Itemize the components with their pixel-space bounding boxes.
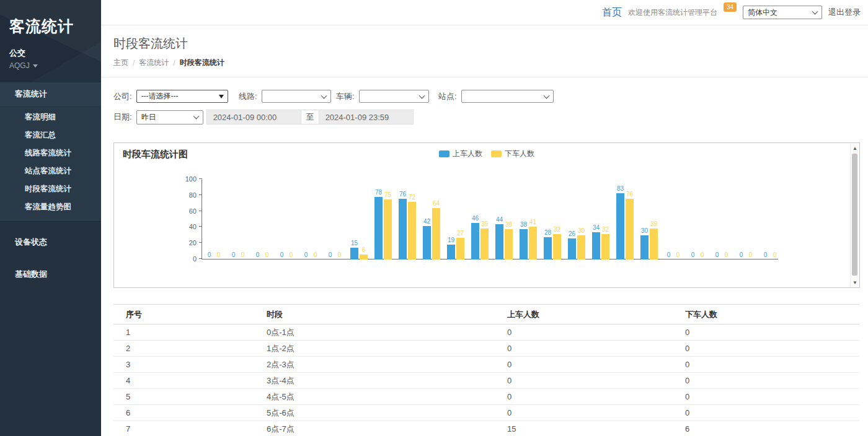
org-selector[interactable]: AQGJ bbox=[0, 59, 101, 79]
line-select[interactable] bbox=[262, 90, 331, 103]
y-axis-tick-mark bbox=[199, 178, 202, 179]
sidebar-subitem[interactable]: 线路客流统计 bbox=[0, 144, 101, 162]
boarding-bar[interactable] bbox=[495, 224, 503, 259]
date-from-input[interactable]: 2024-01-09 00:00 bbox=[206, 110, 301, 124]
scrollbar-up-icon[interactable]: ▲ bbox=[851, 144, 859, 152]
bar-group: 263015点-16点 bbox=[565, 180, 589, 259]
alighting-bar[interactable] bbox=[456, 238, 464, 259]
chart-scrollbar[interactable]: ▲ ▼ bbox=[850, 144, 859, 287]
y-axis-tick-label: 20 bbox=[178, 239, 197, 246]
alighting-bar[interactable] bbox=[408, 202, 416, 259]
breadcrumb-current: 时段客流统计 bbox=[180, 58, 224, 68]
breadcrumb: 主页 / 客流统计 / 时段客流统计 bbox=[113, 58, 868, 68]
legend-item[interactable]: 下车人数 bbox=[491, 149, 534, 159]
alighting-bar[interactable] bbox=[626, 199, 634, 259]
language-value: 简体中文 bbox=[748, 7, 777, 18]
bar-group: 0021点-22点 bbox=[710, 180, 734, 259]
boarding-bar[interactable] bbox=[640, 235, 649, 259]
caret-down-icon bbox=[33, 64, 38, 68]
chart-panel: 时段车流统计图 上车人数下车人数 000点-1点001点-2点002点-3点00… bbox=[113, 142, 860, 288]
sidebar-subitem[interactable]: 客流量趋势图 bbox=[0, 198, 101, 216]
boarding-bar[interactable] bbox=[616, 193, 624, 259]
bar-group: 0020点-21点 bbox=[686, 180, 710, 259]
boarding-bar[interactable] bbox=[374, 197, 383, 259]
table-header-index: 序号 bbox=[126, 309, 267, 320]
boarding-bar[interactable] bbox=[423, 226, 431, 259]
chevron-down-icon bbox=[543, 92, 549, 98]
sidebar-section-1[interactable]: 设备状态 bbox=[0, 230, 101, 254]
bar-group: 463911点-12点 bbox=[468, 180, 492, 259]
bar-value-label: 0 bbox=[235, 251, 251, 258]
table-cell: 2点-3点 bbox=[267, 359, 507, 370]
bar-value-label: 27 bbox=[453, 230, 469, 237]
language-select[interactable]: 简体中文 bbox=[743, 6, 822, 19]
chart-title: 时段车流统计图 bbox=[123, 149, 188, 160]
table-cell: 0 bbox=[507, 392, 685, 401]
bar-group: 443812点-13点 bbox=[492, 180, 516, 259]
alighting-bar[interactable] bbox=[480, 229, 489, 259]
boarding-bar[interactable] bbox=[592, 232, 600, 259]
sidebar-menu: 客流统计客流明细客流汇总线路客流统计站点客流统计时段客流统计客流量趋势图设备状态… bbox=[0, 82, 101, 286]
boarding-bar[interactable] bbox=[399, 199, 407, 259]
breadcrumb-section[interactable]: 客流统计 bbox=[139, 58, 169, 68]
alighting-bar[interactable] bbox=[553, 234, 561, 259]
sidebar-submenu: 客流明细客流汇总线路客流统计站点客流统计时段客流统计客流量趋势图 bbox=[0, 106, 101, 222]
alighting-bar[interactable] bbox=[650, 229, 658, 259]
bar-group: 0023点-24点 bbox=[758, 180, 779, 259]
date-to-input[interactable]: 2024-01-09 23:59 bbox=[319, 110, 414, 124]
alighting-bar[interactable] bbox=[601, 234, 609, 259]
alighting-bar[interactable] bbox=[529, 227, 537, 259]
boarding-bar[interactable] bbox=[471, 223, 479, 259]
logout-link[interactable]: 退出登录 bbox=[828, 7, 861, 18]
table-header-alighting: 下车人数 bbox=[685, 309, 859, 320]
table-row: 65点-6点00 bbox=[113, 405, 859, 421]
table-cell: 0 bbox=[685, 408, 859, 417]
sidebar-subitem[interactable]: 客流明细 bbox=[0, 108, 101, 126]
alighting-bar[interactable] bbox=[360, 255, 368, 259]
boarding-bar[interactable] bbox=[544, 237, 552, 259]
y-axis-tick-label: 0 bbox=[178, 255, 197, 263]
bar-value-label: 72 bbox=[404, 194, 420, 201]
sidebar-section-2[interactable]: 基础数据 bbox=[0, 263, 101, 286]
org-name: 公交 bbox=[0, 37, 101, 59]
table-cell: 3 bbox=[126, 360, 267, 369]
table-cell: 4点-5点 bbox=[267, 391, 507, 403]
bar-value-label: 0 bbox=[743, 251, 759, 258]
notification-badge[interactable]: 34 bbox=[724, 2, 737, 12]
page-header: 时段客流统计 主页 / 客流统计 / 时段客流统计 bbox=[101, 25, 868, 77]
legend-swatch bbox=[439, 150, 450, 157]
alighting-bar[interactable] bbox=[505, 229, 513, 259]
home-link[interactable]: 首页 bbox=[602, 6, 622, 19]
boarding-bar[interactable] bbox=[447, 245, 455, 260]
bar-value-label: 39 bbox=[477, 220, 493, 227]
alighting-bar[interactable] bbox=[577, 235, 585, 259]
chart-bars: 000点-1点001点-2点002点-3点003点-4点004点-5点005点-… bbox=[202, 180, 779, 259]
date-preset-select[interactable]: 昨日 bbox=[136, 110, 203, 124]
y-axis-tick-label: 100 bbox=[178, 175, 197, 183]
alighting-bar[interactable] bbox=[384, 199, 392, 259]
boarding-bar[interactable] bbox=[568, 238, 576, 259]
app-brand: 客流统计 bbox=[0, 0, 101, 37]
company-select[interactable]: ---请选择--- bbox=[136, 90, 228, 103]
table-cell: 1点-2点 bbox=[267, 343, 507, 354]
sidebar-subitem[interactable]: 站点客流统计 bbox=[0, 162, 101, 180]
sidebar-subitem[interactable]: 客流汇总 bbox=[0, 126, 101, 144]
sidebar-section-0[interactable]: 客流统计 bbox=[0, 82, 101, 106]
scrollbar-thumb[interactable] bbox=[852, 154, 857, 276]
bar-value-label: 32 bbox=[549, 226, 565, 233]
line-label: 线路: bbox=[239, 91, 257, 102]
breadcrumb-home[interactable]: 主页 bbox=[113, 58, 128, 68]
bar-group: 003点-4点 bbox=[275, 180, 299, 259]
y-axis-tick-mark bbox=[199, 211, 202, 211]
sidebar-subitem[interactable]: 时段客流统计 bbox=[0, 180, 101, 198]
vehicle-select[interactable] bbox=[359, 90, 429, 103]
bar-value-label: 32 bbox=[598, 226, 614, 233]
scrollbar-down-icon[interactable]: ▼ bbox=[851, 278, 859, 287]
legend-item[interactable]: 上车人数 bbox=[439, 149, 482, 159]
bar-group: 837617点-18点 bbox=[613, 180, 637, 259]
table-cell: 0 bbox=[685, 360, 859, 369]
boarding-bar[interactable] bbox=[520, 229, 528, 259]
table-cell: 0 bbox=[507, 360, 685, 369]
alighting-bar[interactable] bbox=[432, 208, 440, 259]
station-select[interactable] bbox=[461, 90, 554, 103]
